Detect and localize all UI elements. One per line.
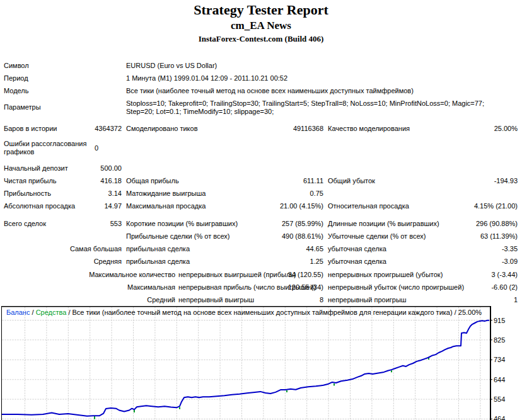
report-label: Максимальная просадка (126, 202, 206, 210)
report-value: -3.09 (502, 258, 518, 266)
report-row: Средняяприбыльная сделка1.25убыточная сд… (0, 258, 522, 266)
report-label: Максимальное количество (89, 271, 175, 279)
report-label: Все тики (наиболее точный метод на основ… (126, 87, 414, 95)
report-row: Максимальнаянепрерывная прибыль (число в… (0, 283, 522, 292)
report-value: 14.97 (104, 202, 122, 210)
report-label: Общая прибыль (126, 177, 179, 185)
report-value: 44.65 (306, 245, 323, 253)
report-label: Баров в истории (4, 125, 57, 133)
report-value: 8 (320, 296, 323, 304)
chart-legend: Баланс / Средства / Все тики (наиболее т… (6, 309, 482, 317)
report-value: -6.60 (2) (491, 283, 518, 292)
report-row: Период1 Минута (M1) 1999.01.04 12:09 - 2… (0, 74, 522, 82)
report-row: ПараметрыStoploss=10; Takeprofit=0; Trai… (0, 99, 522, 108)
legend-separator: / (30, 309, 35, 316)
y-axis-tick-label: 825 (494, 336, 505, 344)
report-label: непрерывных выигрышей (прибыль) (178, 271, 296, 279)
report-value: 120.55 (34) (288, 283, 323, 292)
report-label: Самая большая (70, 245, 122, 253)
report-value: 25.00% (494, 125, 518, 133)
report-label: Максимальная (127, 283, 175, 292)
report-label: Матожидание выигрыша (126, 190, 206, 198)
report-value: 3 (-3.44) (491, 271, 518, 279)
report-row: Step=20; Lot=0.1; TimeModify=10; slippag… (0, 108, 522, 116)
report-value: 490 (88.61%) (282, 232, 323, 241)
report-row: Среднийнепрерывный выигрыш8непрерывный п… (0, 296, 522, 304)
chart-canvas: 915825734644554464 (0, 306, 522, 420)
report-value: 500.00 (100, 164, 122, 173)
report-label: 1 Минута (M1) 1999.01.04 12:09 - 2011.10… (126, 74, 287, 82)
y-axis-tick-label: 554 (494, 395, 505, 403)
report-row: Баров в истории4364372Смоделировано тико… (0, 125, 522, 133)
report-row: Ошибки рассогласования графиков0 (0, 140, 522, 148)
report-label: непрерывных проигрышей (убыток) (328, 271, 443, 279)
report-label: Длинные позиции (% выигравших) (328, 220, 439, 228)
report-value: 553 (110, 220, 122, 228)
report-row: Прибыльные сделки (% от всех)490 (88.61%… (0, 232, 522, 241)
report-label: Stoploss=10; Takeprofit=0; TrailingStop=… (126, 99, 484, 108)
report-label: Относительная просадка (328, 202, 409, 210)
report-label: Короткие позиции (% выигравших) (126, 220, 238, 228)
report-value: 0.75 (310, 190, 323, 198)
legend-separator: / (66, 309, 72, 316)
report-label: непрерывный выигрыш (178, 296, 254, 304)
report-value: 257 (85.99%) (282, 220, 323, 228)
report-label: убыточная сделка (328, 245, 386, 253)
balance-chart: Баланс / Средства / Все тики (наиболее т… (0, 306, 522, 420)
report-value: -194.93 (494, 177, 518, 185)
report-row: СимволEURUSD (Euro vs US Dollar) (0, 62, 522, 70)
report-label: Чистая прибыль (4, 177, 57, 185)
report-value: 4364372 (95, 125, 122, 133)
report-table: СимволEURUSD (Euro vs US Dollar)Период1 … (0, 0, 522, 306)
report-row: Абсолютная просадка14.97Максимальная про… (0, 202, 522, 210)
report-value: 21.00 (4.15%) (280, 202, 323, 210)
report-value: -3.35 (502, 245, 518, 253)
report-row: Прибыльность3.14Матожидание выигрыша0.75 (0, 190, 522, 198)
report-label: EURUSD (Euro vs US Dollar) (126, 62, 217, 70)
report-label: Модель (4, 87, 28, 95)
report-label: Убыточные сделки (% от всех) (328, 232, 426, 241)
report-label: Качество моделирования (328, 125, 410, 133)
report-label: Общий убыток (328, 177, 375, 185)
legend-balance-label: Баланс (6, 309, 30, 316)
report-value: 611.11 (303, 177, 323, 185)
y-axis-tick-label: 644 (494, 376, 505, 383)
report-label: прибыльная сделка (126, 245, 190, 253)
report-value: 1 (514, 296, 518, 304)
report-value: 4.15% (21.00) (474, 202, 518, 210)
report-label: убыточная сделка (328, 258, 386, 266)
report-label: Период (4, 74, 28, 82)
legend-model-label: Все тики (наиболее точный метод на основ… (72, 309, 482, 316)
report-value: 49116368 (293, 125, 323, 133)
report-label: Ошибки рассогласования графиков (4, 140, 110, 156)
report-value: 0 (95, 144, 98, 152)
report-label: Символ (4, 62, 29, 70)
y-axis-tick-label: 734 (494, 356, 505, 363)
report-row: Начальный депозит500.00 (0, 164, 522, 173)
report-label: Прибыльность (4, 190, 51, 198)
report-label: непрерывный проигрыш (328, 296, 407, 304)
report-row: Самая большаяприбыльная сделка44.65убыто… (0, 245, 522, 253)
report-label: Смоделировано тиков (126, 125, 198, 133)
report-label: Средняя (94, 258, 122, 266)
report-label: Средний (147, 296, 175, 304)
report-row: МодельВсе тики (наиболее точный метод на… (0, 87, 522, 95)
y-axis-tick-label: 464 (494, 415, 505, 420)
y-axis-tick-label: 915 (494, 317, 505, 324)
report-label: Прибыльные сделки (% от всех) (126, 232, 230, 241)
report-label: прибыльная сделка (126, 258, 190, 266)
report-value: 416.18 (100, 177, 122, 185)
report-label: Начальный депозит (4, 164, 68, 173)
report-value: 63 (11.39%) (480, 232, 518, 241)
report-label: Всего сделок (4, 220, 46, 228)
report-label: Абсолютная просадка (4, 202, 75, 210)
report-value: 296 (90.88%) (476, 220, 518, 228)
report-value: 1.25 (310, 258, 323, 266)
legend-equity-label: Средства (36, 309, 67, 316)
report-row: Максимальное количествонепрерывных выигр… (0, 271, 522, 279)
report-row: Чистая прибыль416.18Общая прибыль611.11О… (0, 177, 522, 185)
report-label: непрерывный убыток (число проигрышей) (328, 283, 464, 292)
report-value: 34 (120.55) (288, 271, 323, 279)
report-value: 3.14 (108, 190, 122, 198)
report-label: Step=20; Lot=0.1; TimeModify=10; slippag… (126, 108, 274, 116)
